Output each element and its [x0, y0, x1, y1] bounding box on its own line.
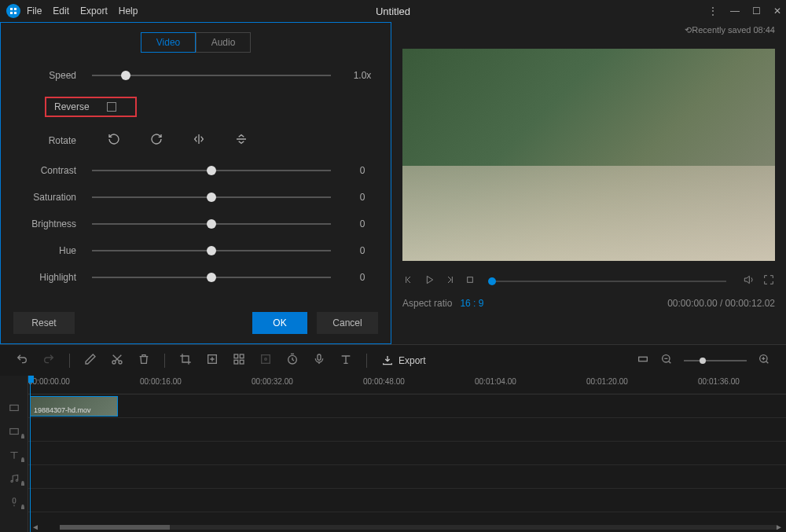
zoom-slider[interactable]: [684, 360, 747, 361]
ruler-mark: 00:01:20.00: [586, 377, 628, 386]
svg-rect-10: [234, 360, 238, 364]
audio-track[interactable]: [28, 465, 786, 489]
ruler-mark: 00:01:04.00: [475, 377, 516, 386]
contrast-value: 0: [347, 165, 378, 176]
undo-icon[interactable]: [16, 353, 28, 368]
menu-export[interactable]: Export: [80, 6, 108, 17]
mic-icon[interactable]: [313, 353, 325, 368]
svg-point-22: [16, 479, 17, 481]
svg-rect-16: [639, 357, 648, 361]
minimize-icon[interactable]: —: [730, 6, 740, 17]
hue-label: Hue: [13, 245, 76, 256]
voice-track[interactable]: [28, 489, 786, 512]
scroll-left-icon[interactable]: ◄: [31, 523, 39, 531]
svg-rect-4: [468, 277, 473, 283]
overlay-track[interactable]: [28, 418, 786, 442]
text-track-icon[interactable]: [0, 443, 28, 467]
zoom-in-icon[interactable]: [758, 353, 770, 368]
next-frame-icon[interactable]: [443, 273, 456, 288]
volume-icon[interactable]: [742, 273, 755, 288]
player-controls: [402, 273, 775, 288]
rotate-cw-icon[interactable]: [150, 133, 163, 148]
ruler-mark: 00:01:36.00: [698, 377, 740, 386]
titlebar: File Edit Export Help Untitled ⋮ — ☐ ✕: [0, 0, 786, 22]
stop-icon[interactable]: [464, 273, 476, 288]
menu-edit[interactable]: Edit: [53, 6, 69, 17]
preview-panel: ⟲Recently saved 08:44 Aspect ratio 16 : …: [391, 22, 786, 344]
ruler[interactable]: 00:00:00.0000:00:16.0000:00:32.0000:00:4…: [28, 376, 786, 394]
contrast-label: Contrast: [13, 165, 76, 176]
aspect-ratio-value[interactable]: 16 : 9: [460, 298, 483, 309]
video-settings-panel: Video Audio Speed 1.0x Reverse Rotate Co…: [0, 22, 391, 344]
brightness-label: Brightness: [13, 218, 76, 229]
highlight-label: Highlight: [13, 272, 76, 283]
reset-button[interactable]: Reset: [13, 312, 75, 334]
prev-frame-icon[interactable]: [402, 273, 415, 288]
aspect-ratio-label: Aspect ratio: [402, 298, 452, 309]
video-track-icon[interactable]: [0, 396, 28, 420]
maximize-icon[interactable]: ☐: [752, 6, 761, 17]
playhead[interactable]: [30, 376, 31, 532]
tab-video[interactable]: Video: [141, 32, 196, 53]
menu-help[interactable]: Help: [119, 6, 138, 17]
export-label: Export: [399, 355, 426, 366]
flip-horizontal-icon[interactable]: [193, 133, 205, 148]
svg-rect-11: [240, 360, 244, 364]
play-icon[interactable]: [423, 273, 435, 288]
player-progress[interactable]: [492, 281, 726, 282]
highlight-slider[interactable]: [92, 277, 331, 278]
speed-label: Speed: [13, 70, 76, 81]
saturation-slider[interactable]: [92, 196, 331, 198]
voice-track-icon[interactable]: [0, 490, 28, 514]
rotate-ccw-icon[interactable]: [108, 133, 120, 148]
video-clip[interactable]: 19884307-hd.mov: [30, 396, 118, 416]
timeline: 00:00:00.0000:00:16.0000:00:32.0000:00:4…: [0, 376, 786, 532]
zoom-fit-icon[interactable]: [637, 353, 649, 368]
reverse-option: Reverse: [45, 97, 137, 117]
flip-vertical-icon[interactable]: [235, 133, 248, 148]
overlay-track-icon[interactable]: [0, 420, 28, 443]
ruler-mark: 00:00:32.00: [252, 377, 293, 386]
reverse-label: Reverse: [54, 101, 90, 112]
crop-icon[interactable]: [179, 353, 192, 368]
trash-icon[interactable]: [138, 353, 150, 368]
window-title: Untitled: [376, 6, 410, 17]
zoom-out-icon[interactable]: [660, 353, 673, 368]
speed-slider[interactable]: [92, 75, 331, 76]
reverse-checkbox[interactable]: [107, 102, 116, 112]
svg-point-6: [119, 361, 122, 364]
redo-icon[interactable]: [42, 353, 55, 368]
tab-audio[interactable]: Audio: [196, 32, 251, 53]
grid-icon[interactable]: [233, 353, 245, 368]
saturation-label: Saturation: [13, 192, 76, 203]
saturation-value: 0: [347, 192, 378, 203]
menu-file[interactable]: File: [27, 6, 42, 17]
text-icon[interactable]: [340, 353, 352, 368]
hue-slider[interactable]: [92, 250, 331, 251]
svg-rect-15: [318, 354, 321, 360]
brightness-slider[interactable]: [92, 223, 331, 225]
svg-point-21: [10, 480, 12, 482]
time-current: 00:00:00.00: [667, 298, 717, 309]
ok-button[interactable]: OK: [252, 312, 307, 334]
ruler-mark: 00:00:48.00: [363, 377, 405, 386]
close-icon[interactable]: ✕: [773, 6, 781, 17]
text-track[interactable]: [28, 442, 786, 465]
video-track[interactable]: 19884307-hd.mov: [28, 394, 786, 418]
svg-rect-8: [234, 354, 238, 358]
app-logo: [6, 4, 20, 18]
more-icon[interactable]: ⋮: [708, 6, 718, 17]
fullscreen-icon[interactable]: [762, 273, 775, 288]
cancel-button[interactable]: Cancel: [317, 312, 378, 334]
audio-track-icon[interactable]: [0, 467, 28, 490]
frame-icon[interactable]: [259, 353, 272, 368]
toolbar: Export: [0, 344, 786, 376]
edit-icon[interactable]: [84, 353, 97, 368]
timer-icon[interactable]: [286, 353, 299, 368]
add-icon[interactable]: [206, 353, 219, 368]
scroll-right-icon[interactable]: ►: [775, 523, 783, 531]
menubar: File Edit Export Help: [27, 6, 138, 17]
export-button[interactable]: Export: [381, 354, 426, 367]
cut-icon[interactable]: [111, 353, 123, 368]
contrast-slider[interactable]: [92, 170, 331, 171]
